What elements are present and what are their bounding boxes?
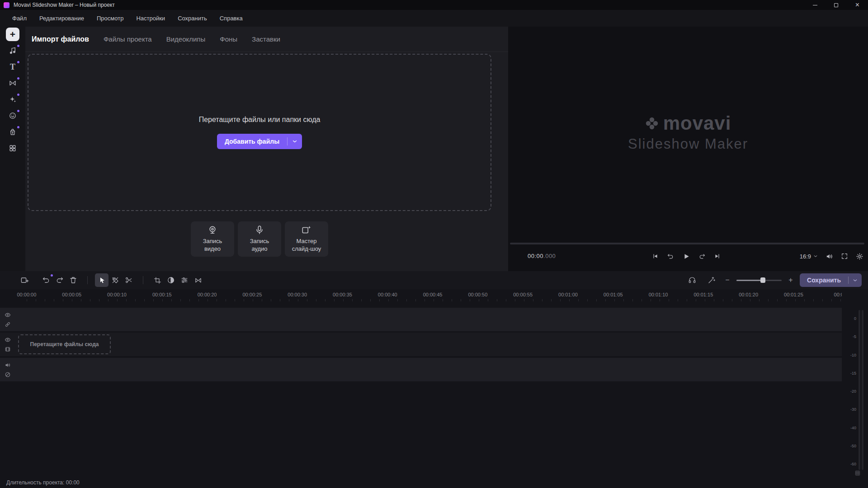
- tab-import-files[interactable]: Импорт файлов: [32, 35, 89, 43]
- slideshow-wizard-icon: [302, 225, 311, 235]
- zoom-in-button[interactable]: +: [788, 276, 794, 284]
- timeline-ruler[interactable]: 00:00:00 00:00:05 00:00:10 00:00:15 00:0…: [0, 289, 842, 304]
- marker-tool-button[interactable]: [108, 273, 122, 287]
- minimize-icon: [813, 5, 817, 5]
- tab-project-files[interactable]: Файлы проекта: [104, 35, 152, 43]
- grid-categories-icon: [9, 144, 17, 152]
- add-files-button[interactable]: Добавить файлы: [217, 134, 302, 149]
- menu-file[interactable]: Файл: [6, 15, 33, 22]
- menu-help[interactable]: Справка: [213, 15, 249, 22]
- webcam-icon: [208, 225, 217, 235]
- zoom-slider-knob[interactable]: [760, 277, 765, 283]
- transition-icon: [9, 79, 17, 87]
- split-scissors-button[interactable]: [122, 273, 136, 287]
- link-icon[interactable]: [5, 321, 11, 328]
- sidebar-item-store[interactable]: [6, 125, 19, 139]
- volume-icon[interactable]: [5, 362, 11, 368]
- sidebar-item-transitions[interactable]: [6, 76, 19, 90]
- magic-wand-icon[interactable]: [705, 273, 718, 287]
- tab-backgrounds[interactable]: Фоны: [220, 35, 237, 43]
- unlink-icon[interactable]: [5, 371, 11, 378]
- music-note-icon: [9, 47, 17, 55]
- sidebar-item-import[interactable]: +: [6, 28, 19, 41]
- sidebar: + T: [0, 27, 25, 271]
- timeline: − + Сохранить 00:00:00 00:00:05 0: [0, 271, 868, 477]
- app-logo-icon: [4, 2, 9, 8]
- sidebar-item-text[interactable]: T: [6, 60, 19, 74]
- sidebar-item-music[interactable]: [6, 44, 19, 57]
- record-audio-button[interactable]: Записьаудио: [238, 221, 281, 257]
- minimize-button[interactable]: [804, 0, 826, 10]
- plus-icon: +: [10, 29, 15, 39]
- chevron-down-icon[interactable]: [288, 139, 302, 144]
- menu-view[interactable]: Просмотр: [90, 15, 130, 22]
- workspace: + T: [0, 27, 868, 271]
- sidebar-item-effects[interactable]: [6, 93, 19, 106]
- chevron-down-icon[interactable]: [849, 278, 862, 283]
- new-badge: [17, 77, 19, 80]
- timeline-zoom-slider[interactable]: [736, 277, 782, 283]
- filters-button[interactable]: [178, 273, 191, 287]
- new-badge: [17, 45, 19, 47]
- slideshow-wizard-button[interactable]: Мастерслайд-шоу: [285, 221, 328, 257]
- skip-end-button[interactable]: [714, 253, 721, 259]
- preview-right-controls: 16:9: [800, 250, 863, 263]
- track-dropzone[interactable]: Перетащите файлы сюда: [18, 334, 111, 354]
- menu-edit[interactable]: Редактирование: [33, 15, 90, 22]
- maximize-icon: [834, 3, 838, 7]
- track-gutter: [0, 308, 15, 331]
- audio-track[interactable]: [0, 358, 842, 381]
- sparkle-icon: [9, 95, 17, 103]
- preview-seekbar[interactable]: [510, 243, 864, 244]
- jump-back-icon[interactable]: [667, 253, 674, 260]
- eye-icon[interactable]: [5, 312, 11, 318]
- save-button[interactable]: Сохранить: [800, 273, 862, 287]
- audio-headphones-icon[interactable]: [685, 273, 699, 287]
- store-bag-icon: [9, 128, 17, 136]
- color-adjust-button[interactable]: [164, 273, 178, 287]
- crop-button[interactable]: [151, 273, 164, 287]
- new-badge: [17, 110, 19, 112]
- menubar: Файл Редактирование Просмотр Настройки С…: [0, 10, 868, 27]
- menu-settings[interactable]: Настройки: [130, 15, 171, 22]
- play-button[interactable]: [683, 253, 690, 260]
- volume-icon[interactable]: [826, 253, 833, 260]
- sidebar-item-stickers[interactable]: [6, 109, 19, 122]
- window-controls: ×: [804, 0, 868, 10]
- preview-controls: 00:00.000: [508, 250, 868, 263]
- jump-forward-icon[interactable]: [699, 253, 706, 260]
- aspect-ratio-select[interactable]: 16:9: [800, 253, 818, 260]
- new-badge: [17, 126, 19, 128]
- file-dropzone[interactable]: Перетащите файлы или папки сюда Добавить…: [28, 54, 491, 211]
- pointer-tool-button[interactable]: [95, 273, 108, 287]
- video-track[interactable]: Перетащите файлы сюда: [0, 333, 842, 356]
- filmstrip-icon[interactable]: [5, 346, 11, 352]
- transition-tool-button[interactable]: [191, 273, 205, 287]
- tab-intros[interactable]: Заставки: [252, 35, 280, 43]
- sidebar-item-more[interactable]: [6, 141, 19, 155]
- record-video-label: Записьвидео: [203, 238, 222, 253]
- close-button[interactable]: ×: [847, 0, 868, 10]
- tab-video-clips[interactable]: Видеоклипы: [166, 35, 206, 43]
- zoom-out-button[interactable]: −: [724, 276, 731, 284]
- ruler-ticks: [27, 299, 842, 301]
- meter-scale: 0 -5 -10 -15 -20 -30 -40 -50 -60: [850, 316, 856, 466]
- delete-button[interactable]: [66, 273, 80, 287]
- ruler-labels: 00:00:00 00:00:05 00:00:10 00:00:15 00:0…: [4, 292, 842, 297]
- redo-button[interactable]: [53, 273, 66, 287]
- aspect-ratio-value: 16:9: [800, 253, 811, 260]
- fullscreen-icon[interactable]: [841, 253, 848, 260]
- maximize-button[interactable]: [826, 0, 847, 10]
- add-media-button[interactable]: [18, 273, 31, 287]
- timeline-toolbar-right: − + Сохранить: [685, 271, 862, 289]
- add-files-label: Добавить файлы: [217, 138, 287, 145]
- grid-icon[interactable]: [854, 470, 861, 476]
- menu-save[interactable]: Сохранить: [171, 15, 213, 22]
- undo-button[interactable]: [39, 273, 53, 287]
- eye-icon[interactable]: [5, 337, 11, 343]
- dropzone-hint: Перетащите файлы или папки сюда: [199, 116, 321, 124]
- record-video-button[interactable]: Записьвидео: [191, 221, 234, 257]
- settings-gear-icon[interactable]: [856, 253, 863, 260]
- title-track[interactable]: [0, 308, 842, 331]
- skip-start-button[interactable]: [652, 253, 659, 259]
